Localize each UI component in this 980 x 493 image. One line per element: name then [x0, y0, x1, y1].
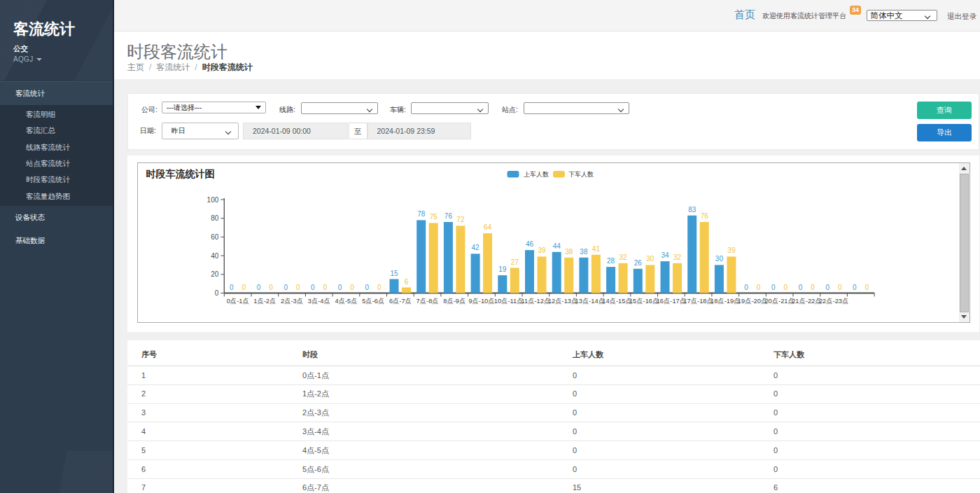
svg-text:0: 0	[757, 284, 761, 291]
svg-text:0: 0	[865, 284, 869, 291]
svg-text:0: 0	[377, 284, 382, 291]
svg-text:34: 34	[661, 251, 669, 259]
svg-text:0: 0	[257, 284, 261, 291]
svg-text:42: 42	[472, 244, 480, 251]
svg-text:32: 32	[673, 254, 682, 261]
svg-text:76: 76	[444, 212, 453, 220]
svg-text:4点-5点: 4点-5点	[335, 298, 357, 305]
svg-text:0: 0	[838, 284, 842, 291]
svg-text:0: 0	[365, 284, 370, 291]
svg-text:21点-22点: 21点-22点	[792, 298, 821, 305]
svg-text:0: 0	[215, 289, 219, 297]
svg-text:12点-13点: 12点-13点	[548, 298, 578, 305]
svg-text:32: 32	[620, 254, 628, 261]
svg-text:0: 0	[771, 284, 776, 291]
svg-text:11点-12点: 11点-12点	[522, 298, 551, 305]
svg-text:0: 0	[311, 284, 315, 291]
svg-text:83: 83	[688, 206, 696, 214]
svg-text:16点-17点: 16点-17点	[657, 298, 686, 305]
svg-text:0: 0	[350, 284, 354, 291]
svg-text:上车人数: 上车人数	[524, 171, 549, 178]
svg-text:2点-3点: 2点-3点	[281, 298, 303, 305]
svg-text:3点-4点: 3点-4点	[308, 298, 330, 305]
svg-text:28: 28	[607, 257, 615, 265]
svg-text:15: 15	[390, 270, 398, 277]
svg-text:64: 64	[484, 223, 492, 231]
svg-text:20: 20	[211, 270, 219, 278]
svg-text:0: 0	[799, 284, 803, 291]
svg-text:41: 41	[592, 245, 601, 253]
svg-text:78: 78	[417, 210, 426, 218]
svg-text:22点-23点: 22点-23点	[819, 298, 848, 305]
svg-text:6: 6	[405, 278, 409, 286]
svg-text:38: 38	[580, 248, 588, 256]
svg-text:80: 80	[211, 214, 219, 222]
svg-text:39: 39	[727, 246, 736, 254]
svg-text:0: 0	[811, 284, 815, 291]
svg-text:0: 0	[242, 284, 246, 291]
svg-text:19点-20点: 19点-20点	[738, 298, 767, 305]
svg-text:5点-6点: 5点-6点	[362, 298, 384, 305]
svg-text:19: 19	[498, 265, 507, 273]
svg-text:44: 44	[553, 242, 561, 250]
svg-text:0: 0	[338, 284, 342, 291]
svg-text:0: 0	[853, 284, 857, 291]
svg-text:0: 0	[296, 284, 300, 291]
svg-text:20点-21点: 20点-21点	[764, 298, 794, 305]
svg-text:38: 38	[565, 248, 573, 256]
svg-text:76: 76	[701, 212, 709, 220]
svg-text:0: 0	[744, 284, 748, 291]
svg-text:17点-18点: 17点-18点	[683, 298, 713, 305]
svg-text:100: 100	[207, 196, 219, 204]
svg-text:1点-2点: 1点-2点	[253, 298, 276, 305]
svg-text:10点-11点: 10点-11点	[494, 298, 524, 305]
svg-text:0: 0	[230, 284, 234, 291]
svg-text:0: 0	[269, 284, 273, 291]
svg-text:30: 30	[646, 255, 654, 263]
svg-text:72: 72	[456, 216, 465, 223]
svg-text:39: 39	[538, 246, 546, 254]
svg-text:30: 30	[715, 255, 724, 263]
svg-text:27: 27	[511, 258, 519, 266]
svg-text:7点-8点: 7点-8点	[416, 298, 439, 305]
svg-text:60: 60	[211, 233, 219, 241]
svg-text:18点-19点: 18点-19点	[710, 298, 740, 305]
svg-text:14点-15点: 14点-15点	[602, 298, 631, 305]
svg-text:46: 46	[526, 240, 534, 248]
svg-text:0点-1点: 0点-1点	[227, 298, 249, 305]
svg-text:75: 75	[430, 213, 438, 221]
svg-text:15点-16点: 15点-16点	[629, 298, 659, 305]
svg-text:0: 0	[323, 284, 328, 291]
svg-text:9点-10点: 9点-10点	[468, 298, 494, 305]
svg-text:26: 26	[634, 259, 643, 267]
svg-text:13点-14点: 13点-14点	[575, 298, 605, 305]
svg-text:6点-7点: 6点-7点	[389, 298, 412, 305]
svg-text:0: 0	[784, 284, 788, 291]
svg-text:8点-9点: 8点-9点	[443, 298, 465, 305]
svg-text:0: 0	[284, 284, 288, 291]
svg-text:0: 0	[825, 284, 830, 291]
svg-text:下车人数: 下车人数	[568, 171, 594, 178]
svg-text:40: 40	[211, 252, 219, 260]
